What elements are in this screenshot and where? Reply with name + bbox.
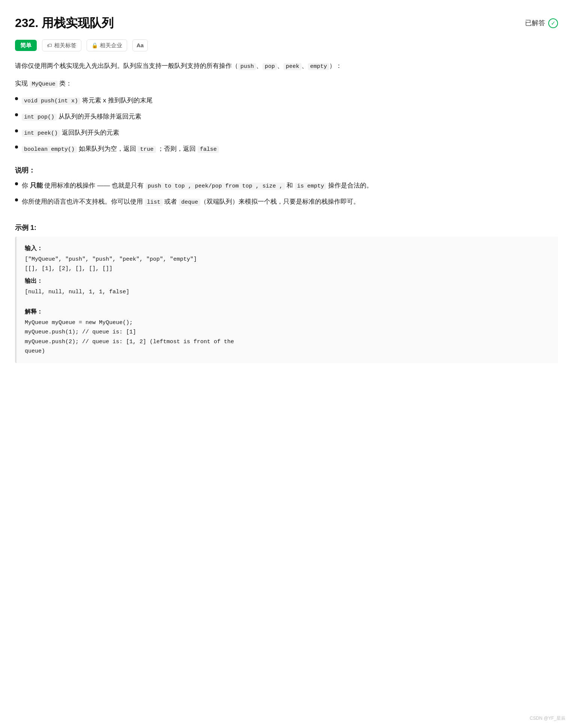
explain-label: 解释： bbox=[25, 307, 550, 317]
input-label: 输入： bbox=[25, 243, 550, 253]
notes-title: 说明： bbox=[15, 165, 558, 176]
related-company-button[interactable]: 🔒 相关企业 bbox=[87, 39, 127, 51]
example-section: 示例 1: 输入： ["MyQueue", "push", "push", "p… bbox=[15, 222, 558, 363]
example-box: 输入： ["MyQueue", "push", "push", "peek", … bbox=[15, 237, 558, 363]
notes-list: 你 只能 使用标准的栈操作 —— 也就是只有 push to top , pee… bbox=[15, 180, 558, 207]
method-pop-code: int pop() bbox=[22, 114, 57, 121]
output-line1: [null, null, null, 1, 1, false] bbox=[25, 287, 550, 297]
method-empty: boolean empty() 如果队列为空，返回 true ；否则，返回 fa… bbox=[15, 144, 558, 155]
true-code: true bbox=[138, 146, 156, 153]
deque-code: deque bbox=[179, 199, 200, 206]
list-code: list bbox=[145, 199, 163, 206]
bullet-dot bbox=[15, 129, 18, 132]
bullet-dot bbox=[15, 146, 18, 149]
lock-icon: 🔒 bbox=[92, 41, 98, 50]
method-peek-code: int peek() bbox=[22, 130, 60, 137]
stack-ops-code: push to top , peek/pop from top , size , bbox=[146, 183, 285, 190]
page-title: 232. 用栈实现队列 bbox=[15, 14, 114, 33]
description-implement: 实现 MyQueue 类： bbox=[15, 78, 558, 90]
difficulty-tag[interactable]: 简单 bbox=[15, 40, 37, 51]
solved-label: 已解答 bbox=[525, 18, 545, 29]
description-intro: 请你仅使用两个栈实现先入先出队列。队列应当支持一般队列支持的所有操作（push、… bbox=[15, 60, 558, 72]
solved-status: 已解答 ✓ bbox=[525, 18, 558, 29]
note-1: 你 只能 使用标准的栈操作 —— 也就是只有 push to top , pee… bbox=[15, 180, 558, 191]
method-push: void push(int x) 将元素 x 推到队列的末尾 bbox=[15, 95, 558, 106]
output-label: 输出： bbox=[25, 276, 550, 286]
is-empty-code: is empty bbox=[295, 183, 326, 190]
only-bold: 只能 bbox=[30, 182, 43, 189]
related-tags-button[interactable]: 🏷 相关标签 bbox=[42, 39, 81, 51]
note-2: 你所使用的语言也许不支持栈。你可以使用 list 或者 deque（双端队列）来… bbox=[15, 197, 558, 207]
method-pop: int pop() 从队列的开头移除并返回元素 bbox=[15, 111, 558, 122]
ops-code: push bbox=[238, 63, 256, 70]
ops-pop: pop bbox=[262, 63, 277, 70]
example-title: 示例 1: bbox=[15, 222, 558, 233]
bullet-dot bbox=[15, 97, 18, 100]
explain-line-1: MyQueue myQueue = new MyQueue(); bbox=[25, 318, 550, 328]
ops-empty: empty bbox=[308, 63, 329, 70]
notes-section: 说明： 你 只能 使用标准的栈操作 —— 也就是只有 push to top ,… bbox=[15, 165, 558, 207]
font-button[interactable]: Aa bbox=[132, 39, 148, 51]
bullet-dot bbox=[15, 113, 18, 116]
method-push-code: void push(int x) bbox=[22, 98, 80, 105]
tags-row: 简单 🏷 相关标签 🔒 相关企业 Aa bbox=[15, 39, 558, 51]
class-name-code: MyQueue bbox=[30, 81, 58, 88]
bullet-dot bbox=[15, 182, 18, 185]
explain-line-4: queue) bbox=[25, 347, 550, 356]
input-line1: ["MyQueue", "push", "push", "peek", "pop… bbox=[25, 255, 550, 264]
bullet-dot bbox=[15, 198, 18, 201]
input-line2: [[], [1], [2], [], [], []] bbox=[25, 264, 550, 274]
solved-check-icon: ✓ bbox=[548, 18, 558, 28]
explain-line-3: myQueue.push(2); // queue is: [1, 2] (le… bbox=[25, 337, 550, 347]
ops-peek: peek bbox=[284, 63, 302, 70]
methods-list: void push(int x) 将元素 x 推到队列的末尾 int pop()… bbox=[15, 95, 558, 155]
explain-line-2: myQueue.push(1); // queue is: [1] bbox=[25, 327, 550, 337]
false-code: false bbox=[198, 146, 219, 153]
page-header: 232. 用栈实现队列 已解答 ✓ bbox=[15, 14, 558, 33]
method-empty-code: boolean empty() bbox=[22, 146, 77, 153]
method-peek: int peek() 返回队列开头的元素 bbox=[15, 128, 558, 138]
tag-icon: 🏷 bbox=[47, 41, 52, 50]
